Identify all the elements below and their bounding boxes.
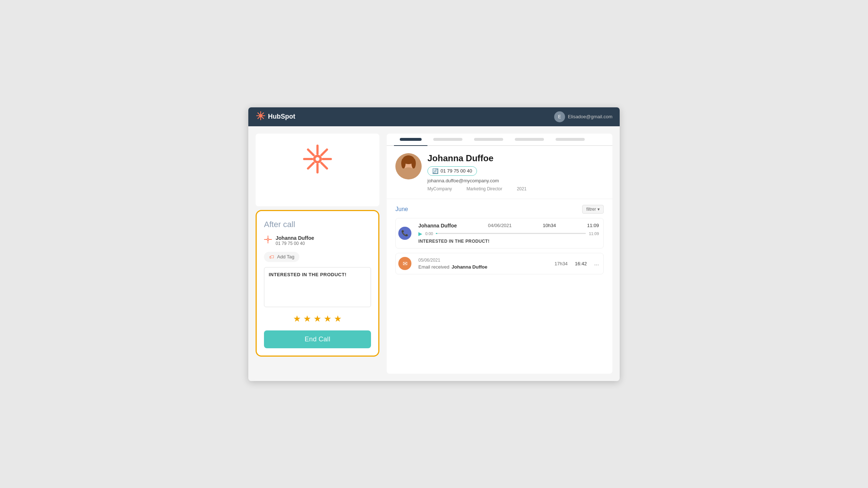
user-email: Elisadoe@gmail.com — [568, 114, 612, 119]
call-icon-circle: 📞 — [398, 227, 411, 240]
star-2[interactable]: ★ — [303, 314, 311, 324]
phone-refresh-icon: 🔄 — [432, 168, 438, 174]
add-tag-label: Add Tag — [277, 254, 294, 259]
svg-line-16 — [308, 163, 313, 168]
left-panel: After call Johanna Duffoe — [256, 134, 379, 374]
activity-item-call: 📞 Johanna Duffoe 04/06/2021 10h34 11:09 … — [395, 218, 604, 249]
activity-email-icon-col: ✉ — [396, 253, 414, 274]
svg-point-29 — [401, 158, 406, 168]
after-call-card: After call Johanna Duffoe — [256, 210, 379, 357]
tab-2[interactable] — [427, 134, 468, 145]
audio-total-time: 11:09 — [589, 231, 599, 236]
audio-progress-fill — [436, 233, 437, 234]
contact-role: Marketing Director — [466, 186, 502, 191]
activity-header: June filtrer ▾ — [395, 205, 604, 214]
end-call-button[interactable]: End Call — [264, 330, 371, 348]
play-icon[interactable]: ▶ — [418, 231, 422, 237]
svg-line-7 — [262, 113, 264, 115]
activity-call-contact: Johanna Duffoe — [418, 223, 457, 229]
caller-phone: 01 79 75 00 40 — [276, 241, 314, 246]
hubspot-sprocket-icon — [256, 111, 266, 123]
contact-phone: 01 79 75 00 40 — [441, 168, 472, 174]
email-time-start: 17h34 — [555, 261, 568, 266]
activity-call-date: 04/06/2021 — [488, 223, 512, 228]
audio-current-time: 0:00 — [425, 231, 433, 236]
audio-progress-bar[interactable] — [436, 233, 586, 234]
email-icon-circle: ✉ — [398, 257, 411, 270]
nav-user-section: E Elisadoe@gmail.com — [554, 111, 612, 122]
contact-tabs — [387, 134, 612, 146]
contact-meta: MyCompany Marketing Director 2021 — [427, 186, 604, 191]
activity-call-start: 10h34 — [543, 223, 556, 228]
contact-company: MyCompany — [427, 186, 452, 191]
svg-line-15 — [321, 150, 327, 155]
activity-email-row: 05/06/2021 Email received Johanna Duffoe… — [418, 258, 599, 270]
activity-month: June — [395, 206, 408, 213]
contact-header: Johanna Duffoe 🔄 01 79 75 00 40 johanna.… — [387, 146, 612, 199]
phone-icon: 📞 — [401, 230, 409, 237]
svg-line-14 — [321, 163, 327, 168]
email-info-left: 05/06/2021 Email received Johanna Duffoe — [418, 258, 488, 270]
contact-avatar — [395, 153, 422, 179]
tab-activity[interactable] — [394, 134, 427, 145]
svg-point-24 — [268, 239, 269, 240]
tab-3[interactable] — [468, 134, 509, 145]
email-meta: 05/06/2021 — [418, 258, 488, 263]
add-tag-button[interactable]: 🏷 Add Tag — [264, 252, 299, 262]
main-content: After call Johanna Duffoe — [248, 126, 620, 381]
activity-call-icon-col: 📞 — [396, 218, 414, 248]
activity-email-body: 05/06/2021 Email received Johanna Duffoe… — [414, 253, 603, 274]
email-duration: 16:42 — [575, 261, 587, 266]
activity-call-duration: 11:09 — [587, 223, 599, 228]
filter-label: filtrer — [586, 207, 596, 212]
star-4[interactable]: ★ — [324, 314, 332, 324]
svg-line-13 — [308, 150, 313, 155]
tag-icon: 🏷 — [269, 254, 274, 260]
contact-email: johanna.duffoe@mycompany.com — [427, 178, 604, 183]
activity-item-email: ✉ 05/06/2021 Email received Joha — [395, 253, 604, 274]
top-nav: HubSpot E Elisadoe@gmail.com — [248, 107, 620, 126]
hubspot-logo-large — [303, 144, 332, 175]
caller-hubspot-icon — [264, 235, 272, 245]
email-time-section: 17h34 16:42 ... — [555, 260, 599, 267]
svg-line-6 — [262, 116, 264, 118]
notes-textarea[interactable]: INTERESTED IN THE PRODUCT! — [264, 267, 371, 307]
email-date: 05/06/2021 — [418, 258, 440, 263]
star-3[interactable]: ★ — [313, 314, 321, 324]
email-label: Email received — [418, 264, 449, 270]
email-contact: Johanna Duffoe — [451, 264, 487, 270]
notes-text: INTERESTED IN THE PRODUCT! — [269, 272, 347, 277]
audio-player[interactable]: ▶ 0:00 11:09 — [418, 231, 599, 237]
activity-call-row1: Johanna Duffoe 04/06/2021 10h34 11:09 — [418, 223, 599, 229]
after-call-title: After call — [264, 220, 371, 229]
svg-line-5 — [258, 113, 260, 115]
contact-year: 2021 — [517, 186, 526, 191]
activity-call-note: INTERESTED IN THE PRODUCT! — [418, 239, 599, 244]
app-window: HubSpot E Elisadoe@gmail.com — [248, 107, 620, 381]
phone-badge: 🔄 01 79 75 00 40 — [427, 166, 477, 176]
hubspot-wordmark: HubSpot — [268, 113, 295, 120]
contact-name: Johanna Duffoe — [427, 153, 604, 163]
contact-details: Johanna Duffoe 🔄 01 79 75 00 40 johanna.… — [427, 153, 604, 191]
star-5[interactable]: ★ — [334, 314, 342, 324]
svg-point-30 — [411, 158, 416, 168]
filter-button[interactable]: filtrer ▾ — [582, 205, 604, 214]
svg-line-8 — [258, 116, 260, 118]
email-options-icon[interactable]: ... — [594, 260, 599, 267]
hubspot-logo: HubSpot — [256, 111, 295, 123]
star-rating[interactable]: ★ ★ ★ ★ ★ — [264, 314, 371, 324]
email-icon: ✉ — [403, 260, 407, 267]
svg-point-18 — [316, 157, 320, 161]
caller-name: Johanna Duffoe — [276, 235, 314, 241]
caller-info: Johanna Duffoe 01 79 75 00 40 — [264, 235, 371, 246]
chevron-down-icon: ▾ — [597, 207, 600, 212]
svg-point-27 — [401, 167, 416, 179]
right-panel: Johanna Duffoe 🔄 01 79 75 00 40 johanna.… — [387, 134, 612, 374]
activity-section: June filtrer ▾ 📞 Johanna — [387, 199, 612, 285]
tab-5[interactable] — [550, 134, 591, 145]
tab-4[interactable] — [509, 134, 550, 145]
activity-call-body: Johanna Duffoe 04/06/2021 10h34 11:09 ▶ … — [414, 218, 603, 248]
star-1[interactable]: ★ — [293, 314, 301, 324]
avatar: E — [554, 111, 565, 122]
caller-details: Johanna Duffoe 01 79 75 00 40 — [276, 235, 314, 246]
